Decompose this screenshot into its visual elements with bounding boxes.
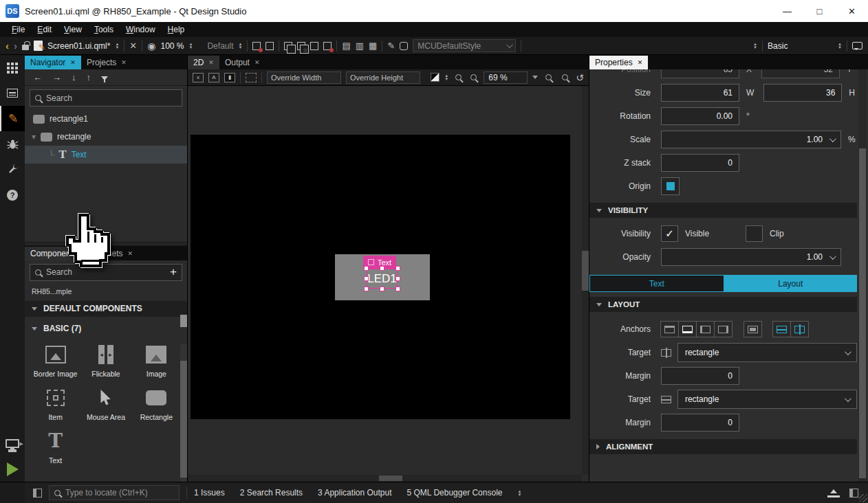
- move-up-icon[interactable]: ↑: [87, 72, 91, 82]
- show-bounds-icon[interactable]: x: [193, 73, 204, 82]
- filter-icon[interactable]: [101, 76, 108, 80]
- section-alignment[interactable]: ALIGNMENT: [589, 439, 857, 454]
- size-width-field[interactable]: 61: [661, 84, 739, 102]
- section-layout[interactable]: LAYOUT: [589, 297, 857, 312]
- anchor-top-button[interactable]: [660, 321, 679, 337]
- mode-tools[interactable]: [0, 157, 25, 182]
- resize-handle[interactable]: [395, 276, 400, 281]
- component-flickable[interactable]: ◂▸ Flickable: [80, 344, 131, 378]
- export-icon[interactable]: [252, 42, 261, 50]
- section-default-components[interactable]: DEFAULT COMPONENTS: [25, 301, 187, 317]
- zstack-field[interactable]: 0: [661, 154, 739, 172]
- import-icon[interactable]: [265, 42, 274, 50]
- anchor-bottom-button[interactable]: [678, 321, 697, 337]
- tab-properties[interactable]: Properties ✕: [589, 56, 648, 69]
- copy-style-icon[interactable]: [284, 42, 292, 50]
- zoom-level[interactable]: 100 %: [160, 41, 184, 51]
- output-pane-application-output[interactable]: 3 Application Output: [318, 488, 391, 498]
- move-down-icon[interactable]: ↓: [72, 72, 76, 82]
- output-pane-qml-debugger[interactable]: 5 QML Debugger Console: [407, 488, 503, 498]
- zoom-in-icon[interactable]: [455, 74, 462, 80]
- menu-view[interactable]: View: [58, 23, 88, 36]
- selected-text-item[interactable]: LED1: [367, 269, 398, 289]
- columns-icon[interactable]: ▥: [356, 41, 364, 50]
- zoom-dropdown-icon[interactable]: [532, 76, 538, 79]
- tab-close-icon[interactable]: ✕: [208, 59, 214, 66]
- expander-icon[interactable]: ▾: [32, 132, 36, 142]
- kit-spinner-icon[interactable]: ▲▼: [838, 43, 842, 49]
- component-image[interactable]: Image: [131, 344, 182, 378]
- mode-design[interactable]: ✎: [0, 106, 25, 131]
- close-button[interactable]: ✕: [836, 0, 868, 22]
- resize-handle[interactable]: [364, 287, 369, 291]
- tab-2d[interactable]: 2D ✕: [188, 56, 219, 69]
- rounded-rect-icon[interactable]: [400, 42, 408, 50]
- menu-edit[interactable]: Edit: [31, 23, 58, 36]
- unlock-icon[interactable]: [22, 45, 29, 50]
- minimize-button[interactable]: —: [771, 0, 803, 22]
- tree-item-rectangle[interactable]: ▾ rectangle: [25, 128, 187, 146]
- size-height-field[interactable]: 36: [763, 84, 842, 102]
- mcu-screen[interactable]: Text LED1: [191, 135, 570, 419]
- navigator-search[interactable]: [30, 89, 182, 107]
- tab-close-icon[interactable]: ✕: [638, 59, 643, 66]
- mode-welcome[interactable]: [0, 55, 25, 80]
- panel-eject-icon[interactable]: [827, 488, 840, 498]
- canvas-hscrollbar[interactable]: [188, 475, 582, 482]
- mode-debug[interactable]: [0, 131, 25, 157]
- background-spinner-icon[interactable]: ▲▼: [444, 74, 448, 80]
- anchor-right-button[interactable]: [714, 321, 733, 337]
- target-spinner-icon[interactable]: ▲▼: [238, 43, 242, 49]
- target2-combobox[interactable]: rectangle: [677, 390, 857, 409]
- canvas-rectangle-item[interactable]: Text LED1: [335, 254, 430, 300]
- mode-help[interactable]: ?: [0, 182, 25, 208]
- subtab-layout[interactable]: Layout: [724, 275, 858, 292]
- section-visibility[interactable]: VISIBILITY: [589, 203, 857, 218]
- tab-close-icon[interactable]: ✕: [121, 59, 127, 66]
- origin-button[interactable]: [661, 177, 680, 195]
- resize-handle[interactable]: [364, 266, 369, 271]
- clip-area-icon[interactable]: [246, 73, 257, 82]
- tab-navigator[interactable]: Navigator ✕: [25, 56, 81, 69]
- canvas-zoom-level[interactable]: 69 %: [484, 71, 528, 84]
- outline-icon[interactable]: [310, 42, 318, 50]
- locator[interactable]: [49, 485, 180, 500]
- target-selector[interactable]: Default: [207, 41, 233, 51]
- override-width-input[interactable]: [267, 71, 341, 84]
- menu-help[interactable]: Help: [162, 23, 191, 36]
- visible-checkbox[interactable]: ✓: [661, 225, 678, 242]
- workspace-spinner-icon[interactable]: ▲▼: [753, 43, 757, 49]
- show-anchors-icon[interactable]: A: [208, 73, 219, 82]
- output-pane-spinner-icon[interactable]: ▲▼: [517, 490, 521, 496]
- kit-selector[interactable]: Basic: [768, 41, 833, 51]
- output-pane-search-results[interactable]: 2 Search Results: [240, 488, 303, 498]
- margin2-field[interactable]: 0: [661, 414, 739, 432]
- outline-sync-icon[interactable]: [323, 42, 332, 50]
- sidebar-toggle-icon[interactable]: [33, 489, 42, 498]
- run-zoom-icon[interactable]: ◉: [147, 41, 155, 51]
- position-y-field[interactable]: 52: [761, 69, 840, 78]
- target1-combobox[interactable]: rectangle: [677, 343, 857, 362]
- zoom-out-icon[interactable]: [470, 74, 477, 80]
- tab-projects[interactable]: Projects ✕: [81, 56, 132, 69]
- resize-handle[interactable]: [395, 266, 400, 271]
- navigator-search-input[interactable]: [46, 93, 177, 103]
- resize-grip[interactable]: [859, 494, 867, 502]
- show-item-icon[interactable]: ▮: [224, 73, 235, 82]
- maximize-button[interactable]: □: [803, 0, 836, 22]
- forward-icon[interactable]: ›: [14, 41, 17, 51]
- tab-close-icon[interactable]: ✕: [128, 250, 133, 257]
- opacity-field[interactable]: 1.00: [661, 248, 841, 266]
- anchor-horizontal-center-button[interactable]: [790, 321, 809, 337]
- paste-style-icon[interactable]: [297, 42, 305, 50]
- add-component-button[interactable]: +: [170, 265, 177, 279]
- menu-window[interactable]: Window: [120, 23, 162, 36]
- document-spinner-icon[interactable]: ▲▼: [115, 43, 119, 49]
- resize-handle[interactable]: [380, 266, 384, 271]
- tab-close-icon[interactable]: ✕: [70, 59, 76, 66]
- tab-output[interactable]: Output ✕: [219, 56, 265, 69]
- mode-edit[interactable]: [0, 80, 25, 106]
- canvas-vscrollbar[interactable]: [582, 86, 589, 475]
- style-selector[interactable]: MCUDefaultStyle: [413, 39, 516, 52]
- component-mouse-area[interactable]: Mouse Area: [80, 387, 131, 421]
